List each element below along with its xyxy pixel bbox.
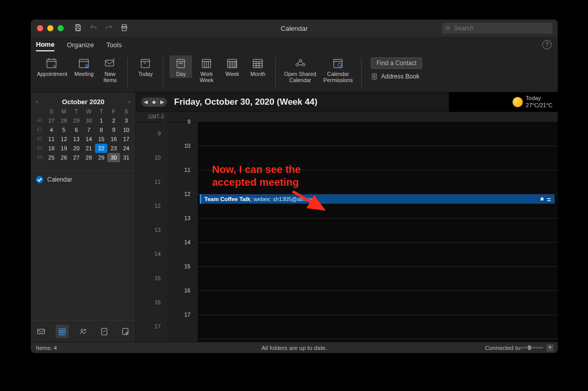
mini-cal-day[interactable]: 3 — [120, 116, 132, 125]
calendar-item[interactable]: Calendar — [36, 174, 130, 185]
hour-slot[interactable]: Team Coffee Talk; webex; sh1305@att.com — [198, 194, 558, 219]
close-window-button[interactable] — [37, 25, 43, 31]
svg-rect-3 — [122, 28, 126, 30]
zoom-in-button[interactable]: + — [546, 344, 554, 351]
find-contact-input[interactable]: Find a Contact — [371, 57, 422, 69]
mini-cal-day[interactable]: 29 — [70, 116, 83, 125]
next-month-button[interactable]: › — [128, 98, 130, 105]
hour-slot[interactable] — [198, 315, 558, 339]
sidebar: ‹ October 2020 › SMTWTFS4027282930123414… — [31, 92, 136, 342]
mini-cal-day[interactable]: 25 — [45, 153, 58, 162]
day-column[interactable]: Team Coffee Talk; webex; sh1305@att.com — [198, 112, 558, 342]
calendar-checkbox[interactable] — [36, 176, 43, 183]
calendar-header: ◀ ◆ ▶ Friday, October 30, 2020 (Week 44)… — [136, 92, 558, 112]
mini-cal-day[interactable]: 20 — [70, 144, 83, 153]
undo-icon[interactable] — [89, 24, 98, 33]
calendar-grid[interactable]: GMT-3 9101112131415161718 91011121314151… — [136, 112, 558, 342]
mini-cal-day[interactable]: 24 — [120, 144, 132, 153]
mini-cal-month[interactable]: October 2020 — [62, 98, 104, 106]
weather-widget[interactable]: Today27°C/21°C — [513, 95, 553, 108]
mini-cal-day[interactable]: 22 — [95, 144, 107, 153]
mini-cal-day[interactable]: 30 — [83, 116, 95, 125]
mini-cal-day[interactable]: 19 — [58, 144, 70, 153]
prev-day-button[interactable]: ◀ — [141, 97, 150, 107]
gmt-hour: 13 — [136, 219, 164, 243]
mini-cal-day[interactable]: 2 — [107, 116, 120, 125]
status-items: Items: 4 — [36, 345, 57, 351]
mini-cal-day[interactable]: 11 — [45, 134, 58, 144]
tab-home[interactable]: Home — [36, 38, 54, 51]
svg-rect-0 — [77, 25, 79, 26]
mini-cal-day[interactable]: 23 — [107, 144, 120, 153]
month-view-button[interactable]: Month — [246, 55, 269, 78]
mini-cal-day[interactable]: 18 — [45, 144, 58, 153]
tasks-nav-icon[interactable] — [98, 325, 111, 338]
tab-organize[interactable]: Organize — [67, 39, 94, 51]
people-nav-icon[interactable] — [77, 325, 90, 338]
mini-cal-day[interactable]: 31 — [120, 153, 132, 162]
mini-cal-day[interactable]: 9 — [107, 125, 120, 134]
calendar-permissions-button[interactable]: Calendar Permissions — [321, 55, 355, 84]
mini-cal-day[interactable]: 5 — [58, 125, 70, 134]
print-icon[interactable] — [120, 24, 128, 33]
status-bar: Items: 4 All folders are up to date. Con… — [31, 342, 558, 353]
mini-cal-day[interactable]: 26 — [58, 153, 70, 162]
mini-cal-day[interactable]: 17 — [120, 134, 132, 144]
mini-cal-day[interactable]: 14 — [83, 134, 95, 144]
maximize-window-button[interactable] — [58, 25, 64, 31]
calendar-nav-icon[interactable] — [55, 325, 69, 338]
hour-slot[interactable] — [198, 291, 558, 315]
address-book-button[interactable]: Address Book — [371, 73, 422, 80]
mini-cal-day[interactable]: 15 — [95, 134, 107, 144]
help-icon[interactable]: ? — [542, 40, 552, 49]
mini-cal-day[interactable]: 10 — [120, 125, 132, 134]
mini-cal-dayheader: S — [45, 107, 58, 116]
search-box[interactable] — [442, 23, 553, 34]
mini-cal-day[interactable]: 6 — [70, 125, 83, 134]
new-items-button[interactable]: New Items — [99, 55, 121, 84]
appointment-button[interactable]: Appointment — [35, 55, 69, 78]
mini-cal-day[interactable]: 28 — [83, 153, 95, 162]
mini-cal-day[interactable]: 27 — [70, 153, 83, 162]
minimize-window-button[interactable] — [47, 25, 53, 31]
mini-cal-day[interactable]: 1 — [95, 116, 107, 125]
mini-cal-day[interactable]: 7 — [83, 125, 95, 134]
day-view-button[interactable]: Day — [169, 55, 192, 78]
next-day-button[interactable]: ▶ — [158, 97, 167, 107]
hour-slot[interactable] — [198, 146, 558, 170]
mini-cal-day[interactable]: 27 — [45, 116, 58, 125]
notes-nav-icon[interactable] — [119, 325, 132, 338]
status-sync: All folders are up to date. — [261, 345, 327, 351]
hour-slot[interactable] — [198, 122, 558, 146]
mini-cal-day[interactable]: 12 — [58, 134, 70, 144]
prev-month-button[interactable]: ‹ — [36, 98, 38, 105]
week-view-button[interactable]: Week — [221, 55, 243, 78]
mini-cal-day[interactable]: 30 — [107, 153, 120, 162]
meeting-button[interactable]: Meeting — [72, 55, 96, 78]
search-input[interactable] — [454, 25, 549, 32]
save-icon[interactable] — [74, 24, 82, 33]
hour-slot[interactable] — [198, 267, 558, 291]
mini-cal-day[interactable]: 13 — [70, 134, 83, 144]
address-book-icon — [371, 73, 378, 80]
mini-cal-day[interactable]: 4 — [45, 125, 58, 134]
mini-cal-day[interactable]: 8 — [95, 125, 107, 134]
hour-slot[interactable] — [198, 219, 558, 243]
mail-nav-icon[interactable] — [34, 325, 48, 338]
workweek-view-button[interactable]: Work Week — [195, 55, 218, 84]
open-shared-calendar-button[interactable]: Open Shared Calendar — [282, 55, 318, 84]
mini-cal-day[interactable]: 29 — [95, 153, 107, 162]
hour-slot[interactable] — [198, 243, 558, 267]
redo-icon[interactable] — [105, 24, 113, 33]
svg-point-16 — [296, 64, 298, 66]
today-pill-button[interactable]: ◆ — [150, 97, 158, 107]
mini-cal-day[interactable]: 28 — [58, 116, 70, 125]
calendar-event[interactable]: Team Coffee Talk; webex; sh1305@att.com — [200, 194, 555, 204]
hour-slot[interactable] — [198, 170, 558, 194]
zoom-control[interactable]: + — [518, 344, 554, 351]
weather-label: Today — [526, 95, 553, 102]
mini-cal-day[interactable]: 16 — [107, 134, 120, 144]
mini-cal-day[interactable]: 21 — [83, 144, 95, 153]
today-button[interactable]: Today — [134, 55, 157, 78]
tab-tools[interactable]: Tools — [106, 39, 122, 51]
